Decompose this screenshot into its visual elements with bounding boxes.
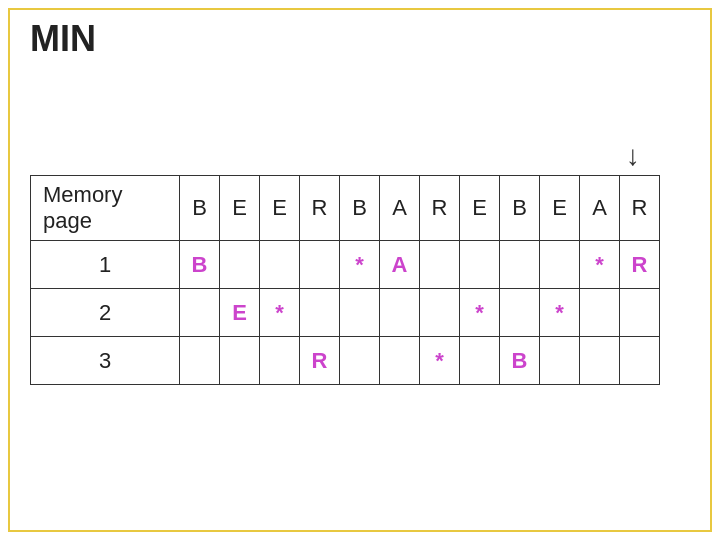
row-3-col-9 — [540, 337, 580, 385]
header-col-0: B — [180, 176, 220, 241]
row-3-col-5 — [380, 337, 420, 385]
row-2-col-7: * — [460, 289, 500, 337]
row-1-col-7 — [460, 241, 500, 289]
row-1-col-1 — [220, 241, 260, 289]
row-1-col-8 — [500, 241, 540, 289]
row-3-col-4 — [340, 337, 380, 385]
header-col-5: A — [380, 176, 420, 241]
header-col-1: E — [220, 176, 260, 241]
memory-table: Memory page B E E R B A R E B E A R 1 B — [30, 175, 660, 385]
row-1-col-5: A — [380, 241, 420, 289]
table-row: 3 R * B — [31, 337, 660, 385]
header-col-2: E — [260, 176, 300, 241]
row-1-col-4: * — [340, 241, 380, 289]
table-row: 1 B * A * R — [31, 241, 660, 289]
row-2-col-0 — [180, 289, 220, 337]
header-col-10: A — [580, 176, 620, 241]
row-3-col-3: R — [300, 337, 340, 385]
down-arrow-icon: ↓ — [626, 140, 640, 172]
row-3-col-10 — [580, 337, 620, 385]
row-1-col-11: R — [620, 241, 660, 289]
row-1-label: 1 — [31, 241, 180, 289]
row-3-col-1 — [220, 337, 260, 385]
row-1-col-6 — [420, 241, 460, 289]
row-2-col-4 — [340, 289, 380, 337]
row-1-col-10: * — [580, 241, 620, 289]
row-2-label: 2 — [31, 289, 180, 337]
row-2-col-2: * — [260, 289, 300, 337]
row-3-col-8: B — [500, 337, 540, 385]
header-col-7: E — [460, 176, 500, 241]
row-2-col-5 — [380, 289, 420, 337]
table-header-label: Memory page — [31, 176, 180, 241]
row-3-col-0 — [180, 337, 220, 385]
row-2-col-9: * — [540, 289, 580, 337]
row-1-col-0: B — [180, 241, 220, 289]
row-2-col-10 — [580, 289, 620, 337]
row-2-col-3 — [300, 289, 340, 337]
page-title: MIN — [30, 18, 96, 60]
row-3-col-2 — [260, 337, 300, 385]
row-3-label: 3 — [31, 337, 180, 385]
header-col-9: E — [540, 176, 580, 241]
row-2-col-6 — [420, 289, 460, 337]
memory-table-container: Memory page B E E R B A R E B E A R 1 B — [30, 175, 660, 385]
row-3-col-6: * — [420, 337, 460, 385]
row-3-col-7 — [460, 337, 500, 385]
table-header-row: Memory page B E E R B A R E B E A R — [31, 176, 660, 241]
row-2-col-1: E — [220, 289, 260, 337]
row-2-col-11 — [620, 289, 660, 337]
header-col-8: B — [500, 176, 540, 241]
row-1-col-2 — [260, 241, 300, 289]
header-col-3: R — [300, 176, 340, 241]
header-col-6: R — [420, 176, 460, 241]
row-1-col-9 — [540, 241, 580, 289]
header-col-4: B — [340, 176, 380, 241]
row-1-col-3 — [300, 241, 340, 289]
header-col-11: R — [620, 176, 660, 241]
row-3-col-11 — [620, 337, 660, 385]
row-2-col-8 — [500, 289, 540, 337]
table-row: 2 E * * * — [31, 289, 660, 337]
